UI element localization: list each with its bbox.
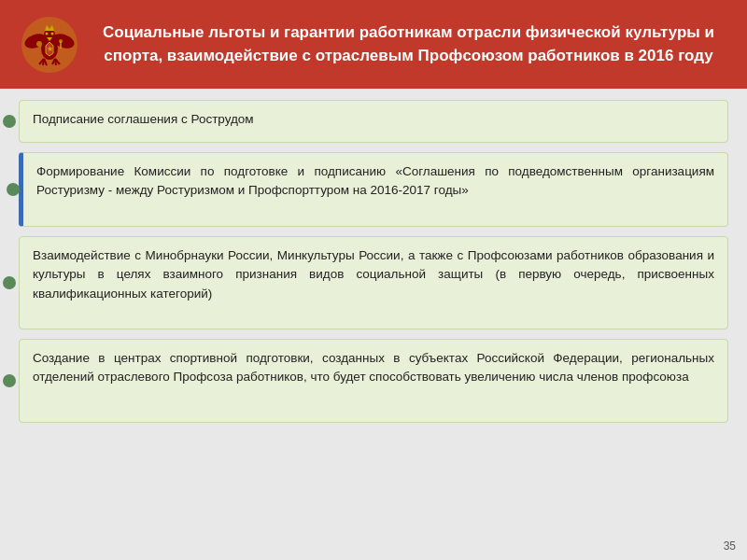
header: ★ Социальные льготы и гарантии работника… (0, 0, 747, 89)
svg-point-15 (45, 32, 48, 35)
card-1: Подписание соглашения с Рострудом (19, 100, 728, 143)
card-4: Создание в центрах спортивной подготовки… (19, 339, 728, 423)
header-title: Социальные льготы и гарантии работникам … (84, 21, 733, 67)
card-1-text: Подписание соглашения с Рострудом (33, 112, 254, 126)
svg-text:★: ★ (46, 45, 52, 53)
slide: ★ Социальные льготы и гарантии работника… (0, 0, 747, 560)
svg-point-17 (36, 41, 42, 47)
card-3-text: Взаимодействие с Минобрнауки России, Мин… (33, 248, 714, 301)
russian-eagle-icon: ★ (21, 16, 78, 74)
card-2-text: Формирование Комиссии по подготовке и по… (36, 164, 714, 197)
logo-area: ★ (14, 16, 84, 74)
page-number: 35 (724, 539, 736, 553)
card-2: Формирование Комиссии по подготовке и по… (19, 152, 728, 227)
svg-point-19 (59, 39, 63, 43)
svg-point-16 (50, 32, 53, 35)
content-area: Подписание соглашения с Рострудом Формир… (0, 89, 747, 560)
card-4-text: Создание в центрах спортивной подготовки… (33, 351, 714, 384)
card-3: Взаимодействие с Минобрнауки России, Мин… (19, 236, 728, 329)
